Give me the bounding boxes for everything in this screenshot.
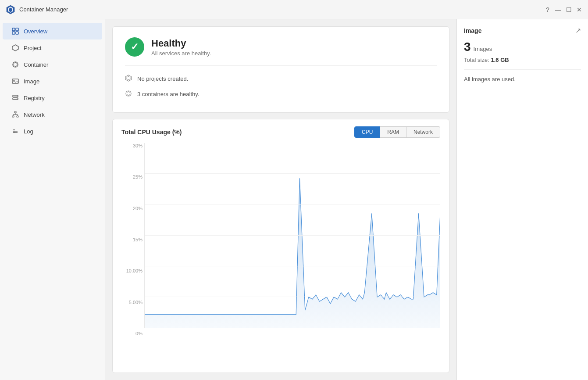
svg-point-26 <box>14 129 14 130</box>
tab-cpu[interactable]: CPU <box>354 126 380 138</box>
svg-marker-9 <box>14 62 17 67</box>
image-size-row: Total size: 1.6 GB <box>464 57 581 63</box>
y-label-25: 25% <box>121 174 143 179</box>
sidebar-label-log: Log <box>24 128 33 135</box>
chart-plot-area <box>144 143 440 328</box>
titlebar: Container Manager ? — ☐ ✕ <box>0 0 588 19</box>
overview-icon <box>11 27 19 35</box>
sidebar-label-image: Image <box>24 78 39 85</box>
health-info-projects: No projects created. <box>125 71 437 86</box>
image-count-label: Images <box>474 46 492 52</box>
tab-ram[interactable]: RAM <box>380 126 406 138</box>
project-icon <box>11 44 19 52</box>
svg-marker-32 <box>127 92 130 96</box>
chart-card: Total CPU Usage (%) CPU RAM Network 0% 5… <box>112 119 449 373</box>
health-info-text-1: No projects created. <box>137 75 188 82</box>
image-count: 3 <box>464 40 471 54</box>
titlebar-left: Container Manager <box>5 4 68 15</box>
y-label-30: 30% <box>121 143 143 148</box>
health-title: Healthy <box>151 38 211 49</box>
image-count-row: 3 Images <box>464 40 581 54</box>
main-content: ✓ Healthy All services are healthy. No p… <box>105 19 456 380</box>
right-panel: Image ↗ 3 Images Total size: 1.6 GB All … <box>456 19 588 380</box>
close-button[interactable]: ✕ <box>576 6 583 13</box>
gridline-15 <box>145 235 440 236</box>
maximize-button[interactable]: ☐ <box>565 6 572 13</box>
svg-rect-5 <box>12 32 15 34</box>
y-label-10: 10.00% <box>121 268 143 273</box>
gridline-25 <box>145 173 440 174</box>
svg-marker-29 <box>125 75 132 81</box>
sidebar-item-log[interactable]: Log <box>3 123 102 140</box>
svg-rect-3 <box>12 28 15 31</box>
svg-point-15 <box>17 98 18 99</box>
svg-marker-30 <box>127 76 130 80</box>
image-note: All images are used. <box>464 76 581 82</box>
chart-y-labels: 0% 5.00% 10.00% 15% 20% 25% 30% <box>121 143 144 336</box>
chart-title: Total CPU Usage (%) <box>121 129 182 136</box>
svg-point-27 <box>14 131 14 132</box>
svg-marker-7 <box>12 45 18 51</box>
sidebar-item-container[interactable]: Container <box>3 56 102 73</box>
health-info-text-2: 3 containers are healthy. <box>137 91 199 97</box>
chart-header: Total CPU Usage (%) CPU RAM Network <box>121 126 440 138</box>
registry-icon <box>11 94 19 102</box>
log-icon <box>11 127 19 135</box>
gridlines <box>145 143 440 328</box>
y-label-20: 20% <box>121 206 143 211</box>
image-size-label: Total size: <box>464 57 489 63</box>
container-status-icon <box>125 90 132 98</box>
titlebar-controls: ? — ☐ ✕ <box>544 6 583 13</box>
health-info-containers: 3 containers are healthy. <box>125 86 437 102</box>
image-panel-header: Image ↗ <box>464 26 581 35</box>
sidebar-item-image[interactable]: Image <box>3 73 102 90</box>
image-divider <box>464 69 581 70</box>
svg-rect-6 <box>16 32 18 34</box>
project-status-icon <box>125 75 132 83</box>
app-icon <box>5 4 16 15</box>
chart-tabs: CPU RAM Network <box>354 126 440 138</box>
sidebar-label-project: Project <box>24 45 41 51</box>
svg-rect-18 <box>17 116 18 117</box>
health-subtitle: All services are healthy. <box>151 50 211 57</box>
gridline-5 <box>145 297 440 297</box>
health-icon: ✓ <box>125 37 144 57</box>
health-checkmark: ✓ <box>131 41 139 53</box>
app-body: Overview Project Container <box>0 19 588 380</box>
sidebar-item-network[interactable]: Network <box>3 106 102 123</box>
sidebar-label-network: Network <box>24 111 45 118</box>
sidebar-label-container: Container <box>24 61 48 68</box>
health-divider <box>125 65 437 66</box>
svg-rect-17 <box>12 116 14 117</box>
image-size-unit: GB <box>500 57 509 63</box>
image-panel-link-icon[interactable]: ↗ <box>575 26 581 35</box>
svg-point-28 <box>14 132 14 133</box>
sidebar: Overview Project Container <box>0 19 105 380</box>
y-label-5: 5.00% <box>121 300 143 305</box>
image-size-value: 1.6 <box>491 57 499 63</box>
image-icon <box>11 77 19 85</box>
svg-rect-4 <box>16 28 18 31</box>
help-button[interactable]: ? <box>544 6 551 13</box>
gridline-20 <box>145 204 440 204</box>
health-text: Healthy All services are healthy. <box>151 38 211 57</box>
gridline-10 <box>145 266 440 266</box>
tab-network[interactable]: Network <box>406 126 440 138</box>
container-icon <box>11 61 19 68</box>
sidebar-item-project[interactable]: Project <box>3 39 102 56</box>
app-title: Container Manager <box>19 6 68 13</box>
health-card: ✓ Healthy All services are healthy. No p… <box>112 26 449 113</box>
health-header: ✓ Healthy All services are healthy. <box>125 37 437 57</box>
y-label-15: 15% <box>121 237 143 242</box>
svg-point-14 <box>17 96 18 97</box>
network-icon <box>11 111 19 118</box>
minimize-button[interactable]: — <box>555 6 562 13</box>
image-panel-title: Image <box>464 27 481 34</box>
sidebar-label-overview: Overview <box>24 28 47 35</box>
svg-rect-16 <box>14 111 16 113</box>
sidebar-item-registry[interactable]: Registry <box>3 90 102 106</box>
sidebar-item-overview[interactable]: Overview <box>3 23 102 39</box>
chart-area: 0% 5.00% 10.00% 15% 20% 25% 30% <box>121 143 440 336</box>
y-label-0: 0% <box>121 331 143 336</box>
sidebar-label-registry: Registry <box>24 95 45 101</box>
